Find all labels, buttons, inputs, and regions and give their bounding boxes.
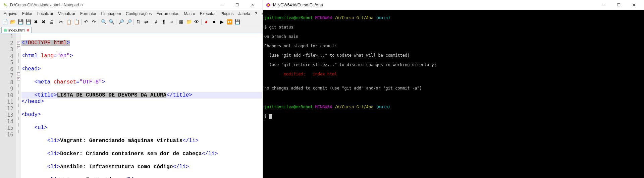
- minimize-button[interactable]: —: [215, 0, 230, 10]
- lang-icon[interactable]: ▦: [177, 18, 185, 25]
- file-icon: ▦: [4, 28, 7, 32]
- editor-area[interactable]: 12345678910111213141516 −−|||−−|||||||| …: [0, 33, 263, 178]
- window-title: D:\Curso-Git\Ana\index.html - Notepad++: [10, 3, 215, 7]
- menu-localizar[interactable]: Localizar: [35, 10, 56, 17]
- close-button[interactable]: ✕: [245, 0, 260, 10]
- maximize-button[interactable]: ☐: [230, 0, 245, 10]
- cut-icon[interactable]: ✂: [57, 18, 65, 25]
- tab-indexhtml[interactable]: ▦ index.html ⊠: [1, 27, 32, 33]
- replace-icon[interactable]: 🔍: [108, 18, 115, 25]
- menu-plugins[interactable]: Plugins: [218, 10, 236, 17]
- menu-config[interactable]: Configurações: [123, 10, 154, 17]
- line-gutter: 12345678910111213141516: [0, 33, 16, 178]
- terminal-window: MINGW64:/d/Curso-Git/Ana — ☐ ✕ jailtonsi…: [263, 0, 644, 178]
- stop-icon[interactable]: ■: [210, 18, 218, 25]
- cursor: [269, 114, 271, 119]
- close-button[interactable]: ✕: [626, 0, 641, 10]
- menu-editar[interactable]: Editar: [20, 10, 35, 17]
- terminal-body[interactable]: jailtonsilva@mrRobot MINGW64 /d/Curso-Gi…: [263, 10, 644, 178]
- mingw-icon: [266, 2, 271, 8]
- command-line: $ git status: [264, 25, 643, 29]
- notepadpp-icon: ✎: [3, 2, 8, 8]
- folder-icon[interactable]: 📁: [185, 18, 193, 25]
- play-icon[interactable]: ▶: [218, 18, 225, 25]
- find-icon[interactable]: 🔍: [100, 18, 107, 25]
- menu-ferramentas[interactable]: Ferramentas: [154, 10, 181, 17]
- close-file-icon[interactable]: ✖: [32, 18, 40, 25]
- terminal-title: MINGW64:/d/Curso-Git/Ana: [273, 3, 596, 7]
- menu-formatar[interactable]: Formatar: [78, 10, 99, 17]
- new-file-icon[interactable]: 📄: [1, 18, 9, 25]
- menu-macro[interactable]: Macro: [181, 10, 197, 17]
- open-file-icon[interactable]: 📂: [9, 18, 16, 25]
- tab-close-icon[interactable]: ⊠: [26, 28, 29, 32]
- save-icon[interactable]: 💾: [17, 18, 24, 25]
- fold-gutter[interactable]: −−|||−−||||||||: [16, 33, 21, 178]
- undo-icon[interactable]: ↶: [83, 18, 90, 25]
- toolbar: 📄 📂 💾 💾 ✖ ✖ 🖨 ✂ 📋 📋 ↶ ↷ 🔍 🔍 🔎 🔎 ⇅ ⇄ ↲: [0, 17, 263, 26]
- tabstrip: ▦ index.html ⊠: [0, 26, 263, 33]
- notepadpp-titlebar[interactable]: ✎ D:\Curso-Git\Ana\index.html - Notepad+…: [0, 0, 263, 10]
- indent-icon[interactable]: ⇥: [168, 18, 175, 25]
- show-all-icon[interactable]: ¶: [160, 18, 167, 25]
- close-all-icon[interactable]: ✖: [40, 18, 47, 25]
- play-multi-icon[interactable]: ⏩: [226, 18, 233, 25]
- zoom-out-icon[interactable]: 🔎: [125, 18, 132, 25]
- print-icon[interactable]: 🖨: [48, 18, 55, 25]
- menu-executar[interactable]: Executar: [198, 10, 218, 17]
- sync-h-icon[interactable]: ⇄: [143, 18, 150, 25]
- copy-icon[interactable]: 📋: [65, 18, 72, 25]
- paste-icon[interactable]: 📋: [73, 18, 80, 25]
- redo-icon[interactable]: ↷: [90, 18, 98, 25]
- maximize-button[interactable]: ☐: [611, 0, 626, 10]
- menu-linguagem[interactable]: Linguagem: [99, 10, 123, 17]
- minimize-button[interactable]: —: [596, 0, 611, 10]
- monitor-icon[interactable]: 👁: [193, 18, 200, 25]
- tab-label: index.html: [8, 28, 25, 32]
- sync-v-icon[interactable]: ⇅: [135, 18, 142, 25]
- menu-visualizar[interactable]: Visualizar: [56, 10, 78, 17]
- code-content[interactable]: <!DOCTYPE html> <html lang="en"> <head> …: [21, 33, 263, 178]
- menu-help[interactable]: ?: [253, 10, 260, 17]
- save-macro-icon[interactable]: 💾: [233, 18, 241, 25]
- notepadpp-window: ✎ D:\Curso-Git\Ana\index.html - Notepad+…: [0, 0, 263, 178]
- terminal-titlebar[interactable]: MINGW64:/d/Curso-Git/Ana — ☐ ✕: [263, 0, 644, 10]
- zoom-in-icon[interactable]: 🔎: [117, 18, 125, 25]
- menu-arquivo[interactable]: Arquivo: [1, 10, 20, 17]
- prompt-cursor-line[interactable]: $: [264, 114, 269, 119]
- menubar: Arquivo Editar Localizar Visualizar Form…: [0, 10, 263, 17]
- wrap-icon[interactable]: ↲: [152, 18, 160, 25]
- modified-file: modified: index.html: [264, 72, 643, 76]
- record-icon[interactable]: ●: [203, 18, 210, 25]
- menu-janela[interactable]: Janela: [236, 10, 252, 17]
- save-all-icon[interactable]: 💾: [24, 18, 32, 25]
